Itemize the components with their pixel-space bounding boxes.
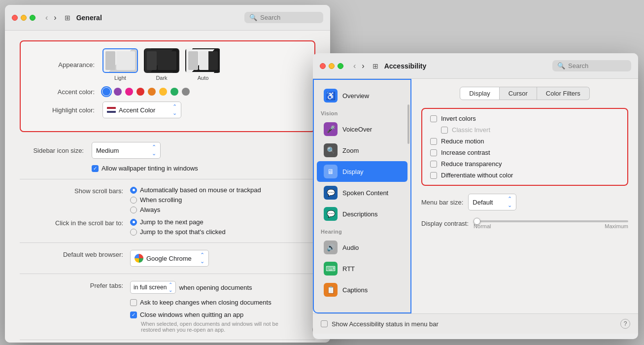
ask-keep-option[interactable]: Ask to keep changes when closing documen… <box>130 299 271 306</box>
general-window: ‹ › ⊞ General 🔍 Appearance: <box>5 5 330 343</box>
accessibility-status-label: Show Accessibility status in menu bar <box>332 320 439 328</box>
prefer-tabs-select[interactable]: in full screen ⌃⌄ <box>130 281 176 294</box>
accent-color-blue[interactable] <box>102 88 110 96</box>
accent-color-green[interactable] <box>170 88 178 96</box>
display-contrast-label: Display contrast: <box>421 220 469 227</box>
sidebar-icon-size-value: Medium <box>96 147 119 154</box>
sidebar-item-zoom[interactable]: 🔍 Zoom <box>317 140 407 161</box>
thumb-sidebar-auto <box>188 51 198 70</box>
invert-colors-checkbox[interactable] <box>430 115 437 122</box>
tab-cursor[interactable]: Cursor <box>500 87 537 100</box>
prefer-tabs-row: Prefer tabs: in full screen ⌃⌄ when open… <box>20 281 315 294</box>
accessibility-titlebar: ‹ › ⊞ Accessibility 🔍 <box>313 53 638 79</box>
chevron-down-icon: ⌃⌄ <box>172 104 177 116</box>
accessibility-status-checkbox[interactable] <box>321 320 328 327</box>
sidebar-item-audio[interactable]: 🔊 Audio <box>317 237 407 258</box>
forward-arrow-accessibility[interactable]: › <box>360 61 366 71</box>
sidebar-item-display[interactable]: 🖥 Display <box>317 161 407 182</box>
close-windows-desc: When selected, open documents and window… <box>141 321 299 333</box>
reduce-transparency-checkbox[interactable] <box>430 161 437 168</box>
increase-contrast-checkbox[interactable] <box>430 149 437 156</box>
maximize-button-accessibility[interactable] <box>338 63 343 69</box>
grid-icon-general[interactable]: ⊞ <box>65 14 70 22</box>
general-search-bar[interactable]: 🔍 <box>244 12 323 23</box>
appearance-option-dark[interactable]: Dark <box>144 48 179 81</box>
minimize-button-general[interactable] <box>21 15 27 21</box>
sidebar-label-overview: Overview <box>342 92 369 100</box>
appearance-option-auto[interactable]: Auto <box>185 48 221 81</box>
appearance-thumb-light[interactable] <box>102 48 138 73</box>
prefer-tabs-suffix: when opening documents <box>179 284 252 291</box>
jump-next-radio[interactable] <box>130 219 137 226</box>
sidebar-item-captions[interactable]: 📋 Captions <box>317 279 407 300</box>
menu-bar-size-select[interactable]: Default ⌃⌄ <box>468 194 516 210</box>
reduce-motion-checkbox[interactable] <box>430 138 437 145</box>
appearance-thumb-auto[interactable] <box>185 48 221 73</box>
scroll-scrolling-radio[interactable] <box>130 197 137 204</box>
accent-color-yellow[interactable] <box>159 88 167 96</box>
close-button-general[interactable] <box>12 15 18 21</box>
sidebar-icon-size-dropdown[interactable]: Medium ⌃⌄ <box>92 142 161 159</box>
accent-color-pink[interactable] <box>125 88 133 96</box>
accent-color-row: Accent color: <box>31 88 305 96</box>
general-search-input[interactable] <box>260 14 314 21</box>
search-icon-accessibility: 🔍 <box>557 62 565 69</box>
close-button-accessibility[interactable] <box>320 63 326 69</box>
accent-color-graphite[interactable] <box>182 88 190 96</box>
accent-color-red[interactable] <box>136 88 144 96</box>
sidebar-item-spoken-content[interactable]: 💬 Spoken Content <box>317 182 407 203</box>
sidebar-item-overview[interactable]: ♿ Overview <box>317 85 407 106</box>
scroll-auto-radio[interactable] <box>130 187 137 194</box>
click-scroll-row: Click in the scroll bar to: Jump to the … <box>20 218 315 236</box>
default-browser-dropdown[interactable]: Google Chrome ⌃⌄ <box>130 250 209 267</box>
accent-color-orange[interactable] <box>148 88 156 96</box>
help-button-accessibility[interactable]: ? <box>620 319 630 329</box>
minimize-button-accessibility[interactable] <box>329 63 335 69</box>
jump-next-option[interactable]: Jump to the next page <box>130 218 226 226</box>
classic-invert-checkbox[interactable] <box>441 127 448 134</box>
allow-wallpaper-checkbox[interactable] <box>92 165 99 172</box>
menu-bar-size-row: Menu bar size: Default ⌃⌄ <box>421 194 628 210</box>
flag-icon <box>107 107 116 113</box>
forward-arrow-general[interactable]: › <box>52 12 58 23</box>
back-arrow-general[interactable]: ‹ <box>43 12 50 23</box>
close-windows-spacer <box>20 311 123 312</box>
close-windows-checkbox[interactable] <box>130 311 137 318</box>
tab-display[interactable]: Display <box>460 87 500 100</box>
differentiate-checkbox[interactable] <box>430 172 437 179</box>
general-window-title: General <box>76 14 238 22</box>
allow-wallpaper-option[interactable]: Allow wallpaper tinting in windows <box>92 165 198 172</box>
contrast-slider-thumb[interactable] <box>474 218 480 225</box>
sidebar-item-descriptions[interactable]: 💬 Descriptions <box>317 204 407 224</box>
accessibility-search-bar[interactable]: 🔍 <box>552 60 631 71</box>
jump-next-label: Jump to the next page <box>140 218 203 226</box>
accessibility-search-input[interactable] <box>568 62 622 69</box>
sidebar-section-hearing: Hearing <box>314 225 410 237</box>
back-arrow-accessibility[interactable]: ‹ <box>351 61 358 71</box>
sidebar-label-display: Display <box>342 168 364 175</box>
scroll-always-radio[interactable] <box>130 207 137 213</box>
allow-wallpaper-label: Allow wallpaper tinting in windows <box>102 165 198 172</box>
jump-spot-option[interactable]: Jump to the spot that's clicked <box>130 228 226 236</box>
scroll-scrolling-option[interactable]: When scrolling <box>130 196 261 204</box>
tab-color-filters[interactable]: Color Filters <box>537 87 590 100</box>
jump-spot-radio[interactable] <box>130 229 137 236</box>
scroll-auto-option[interactable]: Automatically based on mouse or trackpad <box>130 186 261 194</box>
ask-keep-checkbox[interactable] <box>130 299 137 306</box>
sidebar-label-captions: Captions <box>342 286 368 294</box>
appearance-option-light[interactable]: Light <box>102 48 138 81</box>
contrast-slider-wrapper: Normal Maximum <box>474 217 628 229</box>
default-browser-value: Google Chrome <box>146 255 192 262</box>
sidebar-item-voiceover[interactable]: 🎤 VoiceOver <box>317 119 407 139</box>
jump-spot-label: Jump to the spot that's clicked <box>140 228 226 236</box>
appearance-thumb-dark[interactable] <box>144 48 179 73</box>
highlight-color-dropdown[interactable]: Accent Color ⌃⌄ <box>102 102 181 118</box>
sidebar-item-rtt[interactable]: ⌨ RTT <box>317 258 407 279</box>
close-windows-option[interactable]: Close windows when quitting an app <box>130 311 299 318</box>
sidebar-scrollbar[interactable] <box>407 104 409 144</box>
close-windows-content: Close windows when quitting an app When … <box>130 311 299 333</box>
scroll-always-option[interactable]: Always <box>130 206 261 213</box>
accent-color-purple[interactable] <box>114 88 122 96</box>
maximize-button-general[interactable] <box>30 15 35 21</box>
grid-icon-accessibility[interactable]: ⊞ <box>373 62 378 70</box>
